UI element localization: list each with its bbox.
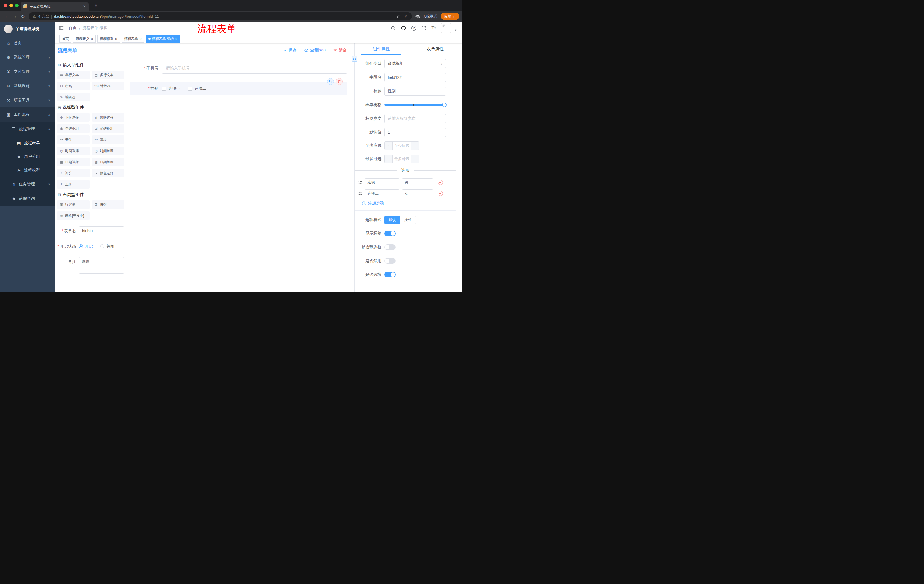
status-off-radio[interactable]: 关闭 bbox=[101, 242, 114, 251]
form-name-input[interactable]: biubiu bbox=[79, 226, 124, 235]
form-grid-slider[interactable] bbox=[384, 100, 446, 109]
close-window-button[interactable] bbox=[4, 4, 7, 7]
min-select-stepper[interactable]: − 至少应选 + bbox=[384, 141, 419, 150]
component-dropdown[interactable]: ⊙下拉选择 bbox=[57, 113, 90, 122]
option-label-input[interactable]: 选项一 bbox=[365, 178, 399, 186]
remark-textarea[interactable]: 嘿嘿 bbox=[79, 257, 124, 274]
sidebar-item-payment[interactable]: ¥ 支付管理 ∨ bbox=[0, 64, 55, 79]
component-switch[interactable]: ⊶开关 bbox=[57, 135, 90, 144]
style-default-button[interactable]: 默认 bbox=[384, 216, 400, 224]
key-icon[interactable] bbox=[396, 14, 400, 18]
view-json-button[interactable]: 查看json bbox=[304, 48, 326, 53]
gender-field-selected[interactable]: 性别 选项一 选项二 bbox=[130, 82, 347, 95]
drag-handle-icon[interactable] bbox=[358, 191, 362, 196]
search-icon[interactable] bbox=[391, 25, 396, 31]
component-button[interactable]: ⊞按钮 bbox=[92, 200, 125, 209]
remove-option-button[interactable]: − bbox=[438, 180, 443, 185]
tab-component-props[interactable]: 组件属性 bbox=[355, 43, 408, 54]
help-icon[interactable]: ? bbox=[411, 26, 416, 31]
forward-button[interactable]: → bbox=[11, 12, 19, 20]
option-value-input[interactable]: 女 bbox=[402, 189, 433, 197]
close-icon[interactable]: × bbox=[115, 37, 117, 41]
sidebar-item-devtools[interactable]: ⚒ 研发工具 ∨ bbox=[0, 93, 55, 107]
increase-button[interactable]: + bbox=[411, 155, 419, 163]
phone-input[interactable]: 请输入手机号 bbox=[162, 63, 347, 74]
reload-button[interactable]: ↻ bbox=[19, 12, 27, 20]
font-size-icon[interactable]: TT bbox=[431, 25, 436, 31]
component-counter[interactable]: 123计数器 bbox=[92, 82, 125, 90]
increase-button[interactable]: + bbox=[411, 142, 419, 150]
decrease-button[interactable]: − bbox=[384, 155, 393, 163]
component-time-picker[interactable]: ◷时间选择 bbox=[57, 146, 90, 155]
gender-option-2[interactable]: 选项二 bbox=[188, 86, 206, 91]
gender-option-1[interactable]: 选项一 bbox=[162, 86, 180, 91]
tag-process-form-edit[interactable]: 流程表单-编辑 × bbox=[146, 35, 180, 43]
disabled-switch[interactable] bbox=[384, 258, 396, 264]
option-value-input[interactable]: 男 bbox=[402, 178, 433, 186]
address-bar[interactable]: ⚠ 不安全 | dashboard.yudao.iocoder.cn/bpm/m… bbox=[29, 12, 412, 20]
option-label-input[interactable]: 选项二 bbox=[365, 189, 399, 197]
component-color-picker[interactable]: ◑颜色选择 bbox=[92, 169, 125, 178]
delete-field-button[interactable] bbox=[336, 78, 343, 85]
checkbox-icon[interactable] bbox=[188, 87, 192, 90]
maximize-window-button[interactable] bbox=[15, 4, 18, 7]
form-canvas[interactable]: 手机号 请输入手机号 bbox=[127, 57, 354, 292]
decrease-button[interactable]: − bbox=[384, 142, 393, 150]
minimize-window-button[interactable] bbox=[10, 4, 13, 7]
title-input[interactable]: 性别 bbox=[384, 87, 446, 96]
component-multi-line-text[interactable]: ▤多行文本 bbox=[92, 71, 125, 79]
close-icon[interactable]: × bbox=[139, 37, 142, 41]
add-option-button[interactable]: + 添加选项 bbox=[362, 201, 456, 206]
default-value-input[interactable]: 1 bbox=[384, 128, 446, 137]
component-row-container[interactable]: ▣行容器 bbox=[57, 200, 90, 209]
status-on-radio[interactable]: 开启 bbox=[79, 242, 93, 251]
component-rate[interactable]: ☆评分 bbox=[57, 169, 90, 178]
sidebar-item-process-management[interactable]: ☰ 流程管理 ∧ bbox=[0, 122, 55, 136]
sidebar-item-process-form[interactable]: ▤ 流程表单 bbox=[0, 136, 55, 150]
checkbox-icon[interactable] bbox=[162, 87, 166, 90]
component-slider[interactable]: ⊷滑块 bbox=[92, 135, 125, 144]
component-table[interactable]: ▦表格[开发中] bbox=[57, 211, 90, 220]
sidebar-item-task-management[interactable]: ⋔ 任务管理 ∨ bbox=[0, 177, 55, 191]
drag-handle-icon[interactable] bbox=[358, 180, 362, 184]
component-date-range[interactable]: ▩日期范围 bbox=[92, 158, 125, 166]
sidebar-fold-icon[interactable] bbox=[59, 26, 64, 30]
sidebar-item-system[interactable]: ⚙ 系统管理 ∨ bbox=[0, 50, 55, 64]
breadcrumb-home[interactable]: 首页 bbox=[69, 25, 77, 31]
save-button[interactable]: ✓ 保存 bbox=[284, 48, 297, 53]
close-icon[interactable]: × bbox=[84, 4, 86, 8]
phone-field[interactable]: 手机号 请输入手机号 bbox=[130, 63, 347, 74]
component-date-picker[interactable]: ▦日期选择 bbox=[57, 158, 90, 166]
required-switch[interactable] bbox=[384, 272, 396, 277]
show-label-switch[interactable] bbox=[384, 230, 396, 236]
component-single-line-text[interactable]: ▭单行文本 bbox=[57, 71, 90, 79]
sidebar-item-user-group[interactable]: ☻ 用户分组 bbox=[0, 150, 55, 163]
link-icon[interactable] bbox=[351, 56, 357, 62]
sidebar-item-home[interactable]: ⌂ 首页 bbox=[0, 36, 55, 50]
update-button[interactable]: 更新 ⋮ bbox=[441, 13, 459, 20]
close-icon[interactable]: × bbox=[175, 37, 178, 41]
sidebar-item-leave-query[interactable]: ☻ 请假查询 bbox=[0, 191, 55, 206]
tag-process-definition[interactable]: 流程定义 × bbox=[73, 35, 96, 43]
sidebar-logo[interactable]: 芋道管理系统 bbox=[0, 22, 55, 36]
max-select-stepper[interactable]: − 最多可选 + bbox=[384, 155, 419, 163]
bookmark-star-icon[interactable]: ☆ bbox=[404, 14, 408, 19]
browser-tab[interactable]: 芋道管理系统 × bbox=[21, 2, 89, 11]
sidebar-item-infrastructure[interactable]: ⊟ 基础设施 ∨ bbox=[0, 79, 55, 93]
fullscreen-icon[interactable] bbox=[421, 26, 426, 31]
border-switch[interactable] bbox=[384, 244, 396, 250]
component-checkbox-group[interactable]: ☑多选框组 bbox=[92, 124, 125, 133]
component-cascader[interactable]: ⋔级联选择 bbox=[92, 113, 125, 122]
style-button-button[interactable]: 按钮 bbox=[400, 216, 416, 224]
tag-process-form[interactable]: 流程表单 × bbox=[122, 35, 144, 43]
field-name-input[interactable]: field122 bbox=[384, 73, 446, 82]
sidebar-item-workflow[interactable]: ▣ 工作流程 ∧ bbox=[0, 107, 55, 122]
label-width-input[interactable]: 请输入标签宽度 bbox=[384, 114, 446, 123]
avatar[interactable] bbox=[441, 23, 451, 33]
tab-form-props[interactable]: 表单属性 bbox=[408, 43, 462, 54]
back-button[interactable]: ← bbox=[3, 12, 11, 20]
copy-field-button[interactable] bbox=[327, 78, 334, 85]
component-radio-group[interactable]: ◉单选框组 bbox=[57, 124, 90, 133]
sidebar-item-process-model[interactable]: ➤ 流程模型 bbox=[0, 163, 55, 177]
component-upload[interactable]: ↥上传 bbox=[57, 180, 90, 189]
